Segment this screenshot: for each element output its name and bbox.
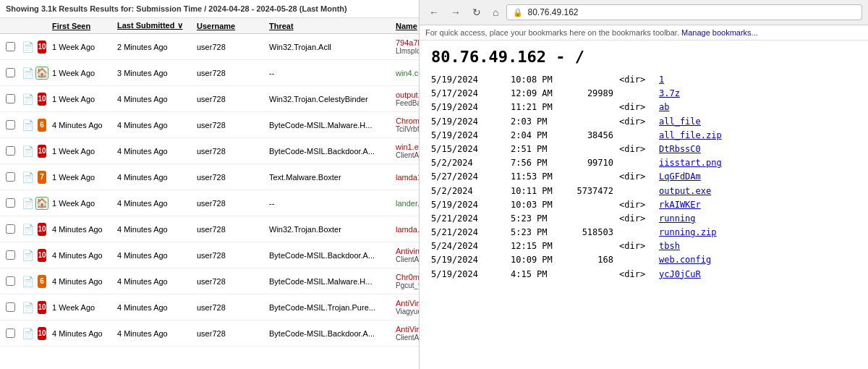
row-checkbox[interactable] [6, 198, 15, 208]
file-icon: 📄 [20, 300, 35, 315]
file-name[interactable]: win1.exeClientAny_v6.0... [393, 141, 419, 161]
dir-link[interactable]: tbsh [659, 241, 680, 251]
row-checkbox[interactable] [6, 276, 15, 286]
header-last-submitted[interactable]: Last Submitted ∨ [114, 21, 194, 30]
dir-link[interactable]: running [659, 213, 696, 224]
file-icon: 📄 [20, 326, 35, 341]
file-name[interactable]: lamda.cmd [393, 224, 419, 235]
last-submitted: 4 Minutes Ago [114, 119, 194, 131]
row-checkbox[interactable] [6, 250, 15, 260]
browser-content: 80.76.49.162 - / 5/19/2024 10:08 PM <dir… [420, 41, 868, 369]
file-name[interactable]: 794a7bc49c...Llmsplcawz_v... [393, 37, 419, 56]
file-name[interactable]: lamda1.cmd [393, 171, 419, 183]
severity-badge: 10 [35, 326, 49, 342]
manage-bookmarks-link[interactable]: Manage bookmarks... [681, 28, 758, 37]
file-name[interactable]: win4.cmd [393, 67, 419, 79]
username: user728 [194, 224, 266, 235]
file-name[interactable]: Chrome.exeTcilVrbfa_v1.0... [393, 115, 419, 135]
first-seen: 1 Week Ago [49, 93, 114, 105]
dir-row: 5/19/2024 10:09 PM 168 web.config [431, 253, 856, 267]
username: user728 [194, 250, 266, 261]
row-checkbox[interactable] [6, 146, 15, 156]
username: user728 [194, 145, 266, 157]
forward-button[interactable]: → [447, 5, 464, 20]
header-first-seen[interactable]: First Seen [49, 22, 114, 30]
table-row: 📄64 Minutes Ago4 Minutes Agouser728ByteC… [0, 112, 419, 138]
row-checkbox[interactable] [6, 328, 15, 338]
first-seen: 4 Minutes Ago [49, 276, 114, 287]
refresh-button[interactable]: ↻ [469, 5, 485, 20]
dir-row: 5/21/2024 5:23 PM <dir> running [431, 212, 856, 226]
last-submitted: 4 Minutes Ago [114, 250, 194, 261]
last-submitted: 2 Minutes Ago [114, 41, 194, 53]
file-icon: 📄 [20, 66, 35, 80]
threat: ByteCode-MSIL.Backdoor.A... [266, 328, 393, 339]
dir-link[interactable]: web.config [659, 255, 711, 265]
severity-badge: 10 [35, 143, 49, 159]
last-submitted: 4 Minutes Ago [114, 224, 194, 235]
file-name[interactable]: AntiVirus3.e...Viagyuo_v1.0... [393, 297, 419, 317]
threat: ByteCode-MSIL.Backdoor.A... [266, 145, 393, 157]
severity-badge: 🏠 [35, 65, 49, 81]
dir-link[interactable]: running.zip [659, 227, 716, 237]
dir-link[interactable]: 1 [659, 75, 664, 85]
row-checkbox[interactable] [6, 68, 15, 77]
dir-row: 5/19/2024 2:04 PM 38456 all_file.zip [431, 129, 856, 143]
dir-link[interactable]: all_file [659, 116, 701, 127]
table-row: 📄🏠1 Week Ago4 Minutes Agouser728--lander… [0, 190, 419, 216]
dir-link[interactable]: 3.7z [659, 88, 680, 98]
results-bar: Showing 3.1k Results Results for: Submis… [0, 0, 419, 18]
lock-icon: 🔒 [513, 8, 523, 17]
home-button[interactable]: ⌂ [489, 5, 502, 20]
back-button[interactable]: ← [425, 5, 443, 20]
last-submitted: 4 Minutes Ago [114, 276, 194, 287]
row-checkbox[interactable] [6, 224, 15, 234]
dir-link[interactable]: output.exe [659, 186, 711, 196]
table-row: 📄104 Minutes Ago4 Minutes Agouser728Byte… [0, 321, 419, 347]
row-checkbox[interactable] [6, 42, 15, 51]
file-name[interactable]: Antivirus2.e...ClientAny_v6.0... [393, 245, 419, 265]
header-username[interactable]: Username [194, 22, 266, 30]
header-name[interactable]: Name [393, 22, 420, 30]
threat: ByteCode-MSIL.Trojan.Pure... [266, 302, 393, 313]
row-checkbox[interactable] [6, 94, 15, 103]
table-row: 📄104 Minutes Ago4 Minutes Agouser728Win3… [0, 216, 419, 242]
file-icon: 📄 [20, 222, 35, 237]
last-submitted: 3 Minutes Ago [114, 67, 194, 79]
row-checkbox[interactable] [6, 302, 15, 312]
threat: Text.Malware.Boxter [266, 171, 393, 183]
file-name[interactable]: lander.vbs [393, 198, 419, 209]
severity-badge: 10 [35, 39, 49, 55]
dir-row: 5/17/2024 12:09 AM 29989 3.7z [431, 87, 856, 101]
username: user728 [194, 198, 266, 209]
last-submitted: 4 Minutes Ago [114, 198, 194, 209]
dir-link[interactable]: ab [659, 102, 669, 112]
file-icon: 📄 [20, 170, 35, 184]
severity-badge: 10 [35, 91, 49, 107]
results-filter: Submission Time / 2024-04-28 - 2024-05-2… [136, 4, 297, 13]
dir-link[interactable]: all_file.zip [659, 130, 722, 140]
file-name[interactable]: output.exeFeedBack.exe [393, 89, 419, 109]
table-row: 📄🏠1 Week Ago3 Minutes Agouser728--win4.c… [0, 60, 419, 86]
dir-link[interactable]: LqGFdDAm [659, 171, 701, 182]
file-name[interactable]: Chr0me.exePgcut_v1.0.0... [393, 271, 419, 291]
dir-link[interactable]: iisstart.png [659, 158, 722, 168]
address-bar[interactable]: 🔒 80.76.49.162 [506, 4, 862, 20]
dir-link[interactable]: ycJ0jCuR [659, 269, 701, 279]
dir-link[interactable]: DtRbssC0 [659, 144, 701, 154]
last-submitted: 4 Minutes Ago [114, 171, 194, 183]
results-period: (Last Month) [299, 4, 347, 13]
severity-badge: 10 [35, 221, 49, 237]
row-checkbox[interactable] [6, 172, 15, 182]
threat: -- [266, 67, 393, 79]
row-checkbox[interactable] [6, 120, 15, 130]
dir-row: 5/15/2024 2:51 PM <dir> DtRbssC0 [431, 143, 856, 156]
username: user728 [194, 119, 266, 131]
header-threat[interactable]: Threat [266, 22, 393, 30]
dir-link[interactable]: rkAIWKEr [659, 200, 701, 210]
first-seen: 4 Minutes Ago [49, 328, 114, 339]
directory-listing: 5/19/2024 10:08 PM <dir> 15/17/2024 12:0… [431, 73, 856, 281]
file-name[interactable]: AntiVirus4.e...ClientAny_v6.0... [393, 323, 419, 343]
username: user728 [194, 302, 266, 313]
last-submitted: 4 Minutes Ago [114, 145, 194, 157]
